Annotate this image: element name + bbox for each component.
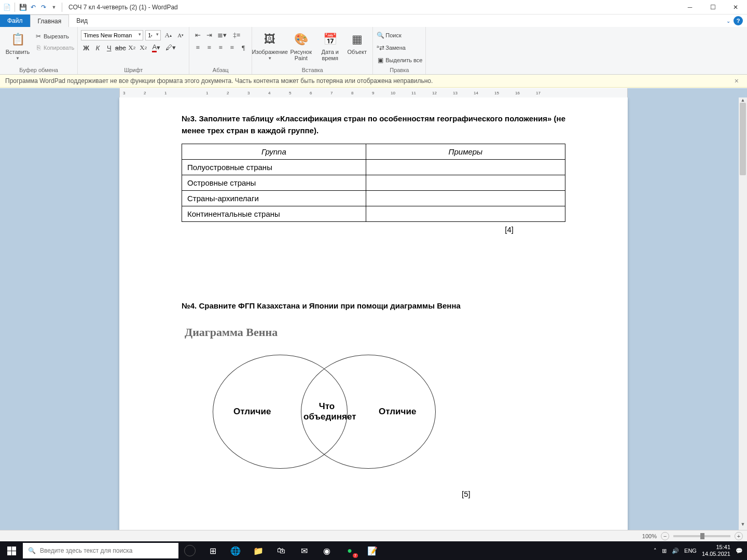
classification-table: ГруппаПримеры Полуостровные страны Остро…	[182, 144, 565, 222]
svg-text:15: 15	[494, 91, 499, 95]
svg-text:13: 13	[453, 91, 458, 95]
score-q3: [4]	[182, 225, 565, 234]
datetime-icon: 📅	[322, 31, 338, 48]
search-placeholder: Введите здесь текст для поиска	[40, 547, 132, 554]
select-all-button[interactable]: ▣Выделить все	[376, 55, 422, 65]
whatsapp-icon[interactable]: ●7	[338, 541, 361, 560]
venn-heading: Диаграмма Венна	[185, 326, 565, 339]
indent-increase-button[interactable]: ⇥	[204, 30, 214, 40]
grow-font-button[interactable]: A▴	[163, 30, 173, 40]
mail-icon[interactable]: ✉	[293, 541, 315, 560]
zoom-out-button[interactable]: −	[661, 532, 669, 540]
insert-image-button[interactable]: 🖼Изображение▼	[255, 30, 284, 61]
align-left-button[interactable]: ≡	[192, 43, 203, 53]
font-color-button[interactable]: A▾	[149, 43, 163, 53]
cut-icon: ✂	[34, 32, 43, 40]
table-header-group: Группа	[182, 144, 366, 160]
copy-button[interactable]: ⎘Копировать	[34, 43, 74, 53]
strike-button[interactable]: abc	[115, 43, 126, 53]
close-warning-button[interactable]: ×	[731, 77, 742, 85]
window-title: СОЧ 7 кл 4-четверть (2) (1) - WordPad	[66, 4, 178, 11]
ribbon-collapse-icon[interactable]: ⌄	[726, 18, 730, 24]
taskbar-search[interactable]: 🔍 Введите здесь текст для поиска	[23, 543, 178, 558]
underline-button[interactable]: Ч	[104, 43, 114, 53]
compat-warning-bar: Программа WordPad поддерживает не все фу…	[0, 75, 747, 88]
document-page[interactable]: №3. Заполните таблицу «Классификация стр…	[119, 97, 628, 530]
explorer-icon[interactable]: 📁	[247, 541, 270, 560]
line-spacing-button[interactable]: ‡≡	[230, 30, 243, 40]
tab-home[interactable]: Главная	[30, 15, 70, 27]
horizontal-ruler[interactable]: 321 1234 5678 9101112 13141516 17	[119, 88, 628, 97]
help-icon[interactable]: ?	[734, 16, 743, 25]
align-right-button[interactable]: ≡	[215, 43, 226, 53]
zoom-in-button[interactable]: +	[735, 532, 743, 540]
group-clipboard: 📋 Вставить ▼ ✂Вырезать ⎘Копировать Буфер…	[0, 27, 78, 74]
align-center-button[interactable]: ≡	[204, 43, 214, 53]
zoom-slider[interactable]	[673, 535, 730, 537]
cut-button[interactable]: ✂Вырезать	[34, 31, 74, 41]
image-icon: 🖼	[261, 31, 278, 48]
volume-icon[interactable]: 🔊	[672, 548, 679, 554]
title-bar: 📄 💾 ↶ ↷ ▼ СОЧ 7 кл 4-четверть (2) (1) - …	[0, 0, 747, 15]
tab-view[interactable]: Вид	[69, 15, 95, 27]
superscript-button[interactable]: X2	[138, 43, 148, 53]
highlight-button[interactable]: 🖊▾	[164, 43, 177, 53]
indent-decrease-button[interactable]: ⇤	[192, 30, 203, 40]
copy-icon: ⎘	[34, 44, 43, 52]
network-icon[interactable]: ⊞	[662, 548, 667, 554]
svg-text:5: 5	[289, 91, 292, 95]
start-button[interactable]	[0, 541, 23, 560]
bold-button[interactable]: Ж	[81, 43, 91, 53]
svg-text:16: 16	[515, 91, 520, 95]
paragraph-dialog-button[interactable]: ¶	[238, 43, 248, 53]
vertical-scrollbar[interactable]: ▲ ▼	[739, 97, 747, 530]
tab-file[interactable]: Файл	[0, 15, 30, 27]
taskbar-clock[interactable]: 15:41 14.05.2021	[702, 544, 730, 557]
venn-label-left: Отличие	[233, 407, 271, 417]
insert-datetime-button[interactable]: 📅Дата и время	[317, 30, 342, 61]
insert-paint-button[interactable]: 🎨Рисунок Paint	[286, 30, 315, 61]
font-size-combo[interactable]	[145, 30, 161, 40]
chrome-icon[interactable]: ◉	[315, 541, 338, 560]
replace-icon: ᵃ⇄	[376, 44, 384, 52]
svg-text:11: 11	[411, 91, 416, 95]
cortana-button[interactable]: ⊞	[201, 541, 224, 560]
bullets-button[interactable]: ≣▾	[215, 30, 229, 40]
scroll-thumb[interactable]	[740, 103, 746, 175]
group-editing: 🔍Поиск ᵃ⇄Замена ▣Выделить все Правка	[373, 27, 426, 74]
compat-warning-text: Программа WordPad поддерживает не все фу…	[5, 77, 433, 85]
table-row: Островные страны	[182, 175, 565, 191]
undo-icon[interactable]: ↶	[29, 3, 38, 12]
redo-icon[interactable]: ↷	[39, 3, 48, 12]
maximize-button[interactable]: ☐	[701, 0, 724, 15]
font-name-combo[interactable]	[81, 30, 143, 40]
insert-object-button[interactable]: ▦Объект	[344, 30, 369, 55]
qat-dropdown-icon[interactable]: ▼	[49, 3, 59, 12]
document-area: 321 1234 5678 9101112 13141516 17 №3. За…	[0, 88, 747, 530]
store-icon[interactable]: 🛍	[270, 541, 293, 560]
save-icon[interactable]: 💾	[18, 3, 27, 12]
edge-icon[interactable]: 🌐	[224, 541, 247, 560]
find-button[interactable]: 🔍Поиск	[376, 30, 401, 40]
italic-button[interactable]: К	[92, 43, 103, 53]
shrink-font-button[interactable]: A▾	[175, 30, 186, 40]
paste-button[interactable]: 📋 Вставить ▼	[3, 30, 32, 61]
venn-label-center: Что объединяет	[303, 401, 350, 422]
subscript-button[interactable]: X2	[127, 43, 137, 53]
minimize-button[interactable]: ─	[679, 0, 701, 15]
table-row: Полуостровные страны	[182, 160, 565, 175]
svg-text:17: 17	[536, 91, 541, 95]
action-center-icon[interactable]: 💬	[736, 548, 743, 554]
table-row: Страны-архипелаги	[182, 191, 565, 206]
zoom-value: 100%	[642, 533, 657, 539]
scroll-down-icon[interactable]: ▼	[739, 522, 747, 530]
replace-button[interactable]: ᵃ⇄Замена	[376, 43, 406, 53]
tray-expand-icon[interactable]: ˄	[654, 548, 657, 554]
paste-icon: 📋	[9, 31, 26, 48]
svg-text:1: 1	[164, 91, 167, 95]
align-justify-button[interactable]: ≡	[227, 43, 237, 53]
close-button[interactable]: ✕	[724, 0, 747, 15]
language-indicator[interactable]: ENG	[684, 548, 697, 554]
wordpad-taskbar-icon[interactable]: 📝	[361, 541, 384, 560]
task-view-button[interactable]	[184, 545, 196, 556]
